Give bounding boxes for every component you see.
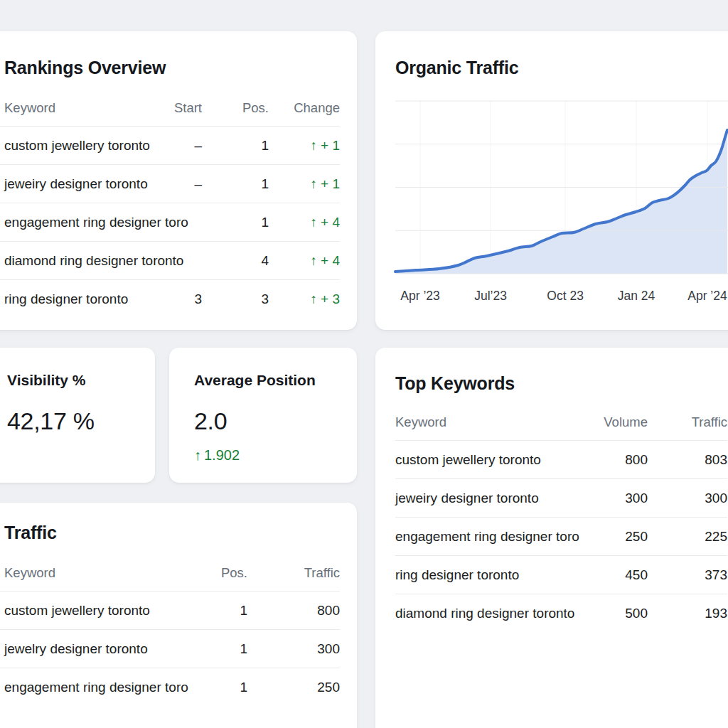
table-row: custom jewellery toronto 1 800 <box>0 592 340 630</box>
traffic-cell: 193 <box>648 606 727 621</box>
volume-cell: 800 <box>568 452 648 468</box>
start-cell: – <box>142 138 202 154</box>
position-cell: 1 <box>169 603 247 619</box>
table-row: engagement ring designer toro 1 250 <box>0 668 340 707</box>
change-value: + 1 <box>321 176 340 192</box>
table-row: jewelry designer toronto 1 300 <box>0 630 340 668</box>
traffic-card: Traffic Keyword Pos. Traffic custom jewe… <box>0 503 357 728</box>
top-keywords-card: Top Keywords Keyword Volume Traffic cust… <box>375 348 728 728</box>
table-row: diamond ring designer toronto 4 ↑+ 4 <box>0 242 340 280</box>
visibility-value: 42,17 % <box>7 407 144 435</box>
average-position-card: Average Position 2.0 ↑1.902 <box>169 348 357 483</box>
seo-dashboard: Rankings Overview Keyword Start Pos. Cha… <box>0 0 728 728</box>
keyword-cell: engagement ring designer toro <box>395 529 568 545</box>
x-axis: Apr ’23 Jul’23 Oct 23 Jan 24 Apr ’24 <box>375 289 728 304</box>
change-value: + 1 <box>321 138 340 154</box>
position-cell: 1 <box>202 215 269 230</box>
change-cell: ↑+ 4 <box>269 215 340 230</box>
table-row: jeweiry designer toronto 300 300 <box>395 479 727 518</box>
keyword-cell: custom jewellery toronto <box>4 138 142 154</box>
traffic-cell: 803 <box>648 452 727 468</box>
position-cell: 1 <box>169 680 247 695</box>
traffic-title: Traffic <box>4 522 340 543</box>
up-arrow-icon: ↑ <box>311 253 318 269</box>
position-cell: 4 <box>202 253 269 269</box>
traffic-cell: 800 <box>247 603 340 619</box>
rankings-table: custom jewellery toronto – 1 ↑+ 1 jeweir… <box>4 127 340 318</box>
table-row: custom jewellery toronto 800 803 <box>395 441 727 479</box>
position-cell: 1 <box>202 138 269 154</box>
column-header-traffic: Traffic <box>247 565 340 581</box>
keyword-cell: engagement ring designer toro <box>4 215 142 230</box>
start-cell: – <box>142 176 202 192</box>
top-keywords-table: custom jewellery toronto 800 803 jeweiry… <box>395 441 727 633</box>
average-position-title: Average Position <box>194 371 346 390</box>
position-cell: 1 <box>169 641 247 657</box>
rankings-table-header: Keyword Start Pos. Change <box>0 90 340 127</box>
column-header-keyword: Keyword <box>4 565 169 581</box>
column-header-pos: Pos. <box>202 100 269 116</box>
organic-traffic-chart: Apr ’23 Jul’23 Oct 23 Jan 24 Apr ’24 <box>375 31 728 330</box>
traffic-cell: 300 <box>247 641 340 657</box>
table-row: ring designer toronto 3 3 ↑+ 3 <box>0 280 340 318</box>
average-position-value: 2.0 <box>194 407 346 435</box>
volume-cell: 500 <box>568 606 648 621</box>
organic-traffic-card: Organic Traffic Apr ’23 Jul’23 Oct 23 Ja… <box>375 31 728 330</box>
x-tick: Oct 23 <box>547 289 584 304</box>
top-keywords-table-header: Keyword Volume Traffic <box>395 404 727 441</box>
rankings-overview-title: Rankings Overview <box>4 57 340 78</box>
change-value: + 4 <box>321 215 340 230</box>
traffic-table: custom jewellery toronto 1 800 jewelry d… <box>4 592 340 707</box>
column-header-pos: Pos. <box>169 565 247 581</box>
keyword-cell: jeweiry designer toronto <box>395 491 568 506</box>
keyword-cell: diamond ring designer toronto <box>4 253 142 269</box>
average-position-change: ↑1.902 <box>194 446 346 464</box>
x-tick: Jul’23 <box>474 289 507 304</box>
column-header-keyword: Keyword <box>4 100 142 116</box>
up-arrow-icon: ↑ <box>311 176 318 192</box>
volume-cell: 250 <box>568 529 648 545</box>
change-cell: ↑+ 1 <box>269 176 340 192</box>
keyword-cell: jeweiry designer toronto <box>4 176 142 192</box>
traffic-table-header: Keyword Pos. Traffic <box>0 555 340 592</box>
position-cell: 1 <box>202 176 269 192</box>
x-tick: Jan 24 <box>618 289 655 304</box>
volume-cell: 300 <box>568 491 648 506</box>
keyword-cell: custom jewellery toronto <box>4 603 169 619</box>
table-row: engagement ring designer toro 250 225 <box>395 518 727 556</box>
up-arrow-icon: ↑ <box>311 215 318 230</box>
up-arrow-icon: ↑ <box>311 291 318 307</box>
up-arrow-icon: ↑ <box>194 446 201 464</box>
change-value: + 3 <box>321 291 340 307</box>
column-header-keyword: Keyword <box>395 414 568 430</box>
column-header-volume: Volume <box>568 414 648 430</box>
start-cell: 3 <box>142 291 202 307</box>
visibility-card: Visibility % 42,17 % <box>0 348 155 483</box>
table-row: jeweiry designer toronto – 1 ↑+ 1 <box>0 165 340 203</box>
keyword-cell: diamond ring designer toronto <box>395 606 568 621</box>
x-tick: Apr ’24 <box>687 289 727 304</box>
x-tick: Apr ’23 <box>400 289 439 304</box>
keyword-cell: custom jewellery toronto <box>395 452 568 468</box>
volume-cell: 450 <box>568 567 648 583</box>
traffic-cell: 300 <box>648 491 727 506</box>
change-cell: ↑+ 3 <box>269 291 340 307</box>
column-header-change: Change <box>269 100 340 116</box>
table-row: engagement ring designer toro 1 ↑+ 4 <box>0 203 340 242</box>
keyword-cell: ring designer toronto <box>4 291 142 307</box>
traffic-cell: 225 <box>648 529 727 545</box>
change-value: + 4 <box>321 253 340 269</box>
up-arrow-icon: ↑ <box>311 138 318 154</box>
table-row: custom jewellery toronto – 1 ↑+ 1 <box>0 127 340 165</box>
keyword-cell: ring designer toronto <box>395 567 568 583</box>
position-cell: 3 <box>202 291 269 307</box>
table-row: diamond ring designer toronto 500 193 <box>395 594 727 633</box>
keyword-cell: engagement ring designer toro <box>4 680 169 695</box>
change-cell: ↑+ 4 <box>269 253 340 269</box>
column-header-traffic: Traffic <box>648 414 727 430</box>
visibility-title: Visibility % <box>7 371 144 390</box>
traffic-cell: 250 <box>247 680 340 695</box>
change-cell: ↑+ 1 <box>269 138 340 154</box>
column-header-start: Start <box>142 100 202 116</box>
top-keywords-title: Top Keywords <box>395 373 727 394</box>
